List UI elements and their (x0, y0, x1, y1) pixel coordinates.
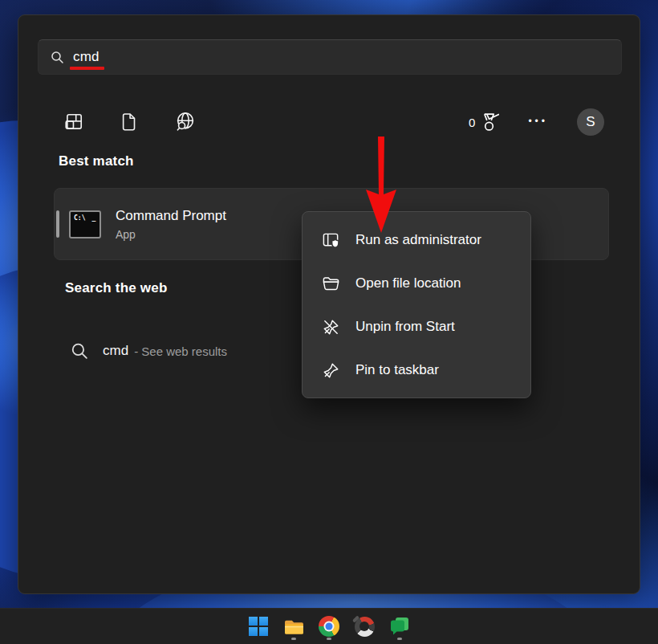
search-icon (51, 51, 64, 64)
filter-bar-right-group: 0 ••• S (469, 108, 622, 136)
running-indicator (327, 638, 331, 640)
search-filter-bar: 0 ••• S (38, 102, 622, 142)
running-indicator (397, 638, 402, 640)
run-as-admin-icon (322, 231, 340, 250)
user-avatar[interactable]: S (577, 108, 604, 136)
menu-item-label: Unpin from Start (355, 319, 455, 335)
web-search-magnifier-icon (71, 342, 89, 361)
cmd-icon-cursor-text: _ (91, 214, 95, 222)
capture-tool-handle (351, 615, 359, 622)
menu-item-pin-to-taskbar[interactable]: Pin to taskbar (303, 348, 530, 392)
filter-icons-group (38, 111, 197, 133)
search-flyout-panel: cmd (18, 14, 640, 594)
chrome-button[interactable] (319, 611, 340, 642)
capture-tool-icon (355, 617, 375, 637)
search-the-web-heading: Search the web (65, 280, 168, 296)
rewards-button[interactable]: 0 (469, 112, 499, 133)
menu-item-label: Open file location (355, 275, 461, 291)
file-explorer-icon (283, 618, 305, 636)
windows-logo-icon (249, 617, 268, 636)
result-title: Command Prompt (116, 208, 226, 224)
pin-icon (322, 361, 340, 380)
apps-filter-icon[interactable] (63, 112, 84, 132)
web-search-suffix: - See web results (134, 344, 227, 358)
search-input[interactable]: cmd (38, 39, 622, 75)
windows-logo-pane (259, 627, 268, 636)
chat-icon (389, 616, 410, 637)
file-explorer-button[interactable] (283, 611, 305, 642)
selection-indicator (56, 210, 59, 238)
start-button[interactable] (248, 611, 270, 642)
result-text-block: Command Prompt App (116, 208, 226, 241)
rewards-count: 0 (469, 116, 475, 129)
documents-filter-icon[interactable] (119, 112, 140, 132)
open-file-location-icon (322, 275, 340, 293)
cmd-icon-prompt-text: C:\ (74, 214, 85, 222)
chat-button[interactable] (389, 611, 411, 642)
context-menu: Run as administrator Open file location … (302, 211, 531, 398)
taskbar (0, 608, 658, 644)
capture-tool-center (359, 622, 369, 631)
web-filter-icon[interactable] (174, 111, 197, 133)
capture-tool-button[interactable] (354, 611, 376, 642)
command-prompt-icon: C:\ _ (69, 210, 101, 238)
windows-logo-pane (249, 617, 258, 626)
unpin-icon (322, 318, 340, 336)
menu-item-unpin-from-start[interactable]: Unpin from Start (303, 305, 530, 348)
taskbar-icons-group (248, 611, 411, 642)
more-options-button[interactable]: ••• (528, 116, 548, 128)
result-subtitle: App (116, 228, 226, 241)
best-match-heading: Best match (59, 153, 134, 169)
windows-logo-pane (259, 617, 268, 626)
rewards-medal-icon (479, 112, 499, 133)
running-indicator (291, 638, 296, 640)
menu-item-label: Pin to taskbar (355, 362, 439, 378)
cmd-icon-body: C:\ _ (71, 212, 100, 222)
chrome-icon (319, 616, 339, 637)
web-search-query: cmd (103, 343, 128, 359)
menu-item-label: Run as administrator (355, 232, 481, 248)
windows-search-screen: cmd (0, 0, 658, 644)
red-underline-annotation (70, 67, 104, 70)
search-query-text: cmd (73, 49, 100, 65)
menu-item-run-as-administrator[interactable]: Run as administrator (303, 218, 530, 262)
menu-item-open-file-location[interactable]: Open file location (303, 262, 530, 305)
chrome-blue-center (326, 623, 333, 630)
windows-logo-pane (249, 627, 258, 636)
